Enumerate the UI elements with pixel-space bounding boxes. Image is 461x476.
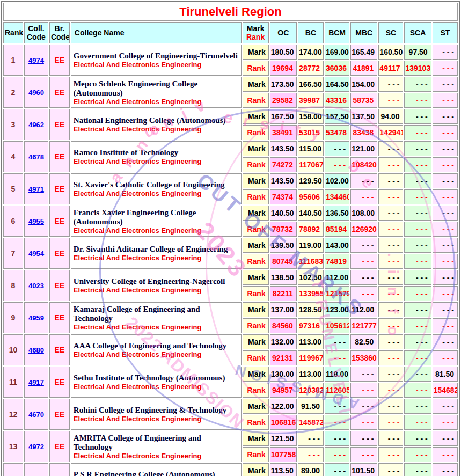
college-code-link[interactable]: 4917	[28, 378, 44, 386]
college-code-link[interactable]: 4670	[28, 411, 44, 419]
rank-oc: 38491	[270, 125, 297, 140]
mark-mbc: - - -	[350, 367, 377, 382]
mark-sca: - - -	[404, 431, 431, 446]
rank-mbc: 153860	[350, 350, 377, 365]
rank-sca: - - -	[404, 286, 431, 301]
rank-cell: 1	[3, 45, 23, 76]
mark-sca: - - -	[404, 77, 431, 92]
mark-mbc: 112.00	[350, 302, 377, 317]
rank-sc: 142941	[378, 125, 403, 140]
rank-sc: 49117	[378, 61, 403, 76]
mark-sca: - - -	[404, 463, 431, 476]
college-name-cell: Mepco Schlenk Engineering College (Auton…	[71, 77, 242, 108]
college-code-link[interactable]: 4954	[28, 250, 44, 258]
rank-st: - - -	[433, 318, 458, 333]
mark-mbc: 108.00	[350, 206, 377, 221]
mark-sca: - - -	[404, 141, 431, 156]
header-sca: SCA	[404, 22, 431, 43]
rank-sc: - - -	[378, 93, 403, 108]
mark-label: Mark	[243, 463, 269, 476]
college-row-mark: 94959EEKamaraj College of Engineering an…	[3, 302, 458, 317]
header-br-code: Br. Code	[49, 22, 70, 43]
college-code-link[interactable]: 4971	[28, 185, 44, 193]
header-mark-rank: Mark Rank	[243, 22, 269, 43]
mark-oc: 140.50	[270, 206, 297, 221]
rank-bcm: 85194	[325, 222, 349, 237]
rank-bcm: 43316	[325, 93, 349, 108]
college-code-link[interactable]: 4960	[28, 89, 44, 97]
college-row-mark: 114917EESethu Institute of Technology (A…	[3, 367, 458, 382]
college-branch: Electrical And Electronics Engineering	[74, 323, 239, 331]
mark-st: 81.50	[433, 367, 458, 382]
college-branch: Electrical And Electronics Engineering	[74, 254, 239, 262]
mark-oc: 180.50	[270, 45, 297, 60]
branch-code-cell: EE	[49, 45, 70, 76]
mark-oc: 121.50	[270, 431, 297, 446]
college-name-cell: University College of Engineering-Nagerc…	[71, 270, 242, 301]
mark-sc: - - -	[378, 399, 403, 414]
college-code-link[interactable]: 4962	[28, 121, 44, 129]
college-name-cell: National Engineering College (Autonomous…	[71, 109, 242, 140]
rank-mbc: - - -	[350, 447, 377, 462]
mark-bcm: 143.00	[325, 238, 349, 253]
rank-oc: 78732	[270, 222, 297, 237]
coll-code-cell: 4680	[24, 334, 48, 365]
branch-code-cell: EE	[49, 77, 70, 108]
college-row-mark: 34962EENational Engineering College (Aut…	[3, 109, 458, 124]
rank-sc: - - -	[378, 383, 403, 398]
college-code-link[interactable]: 4023	[28, 282, 44, 290]
rank-sca: - - -	[404, 383, 431, 398]
rank-bc: 133955	[298, 286, 324, 301]
rank-st: - - -	[433, 157, 458, 172]
rank-oc: 107758	[270, 447, 297, 462]
rank-bcm: 74819	[325, 254, 349, 269]
rank-sc: - - -	[378, 350, 403, 365]
mark-sc: - - -	[378, 431, 403, 446]
college-branch: Electrical And Electronics Engineering	[74, 61, 239, 69]
college-code-link[interactable]: 4955	[28, 217, 44, 225]
college-name: P S R Engineering College (Autonomous)	[74, 470, 239, 476]
mark-bc: 89.00	[298, 463, 324, 476]
mark-bc: 174.00	[298, 45, 324, 60]
rank-st: - - -	[433, 286, 458, 301]
college-branch: Electrical And Electronics Engineering	[74, 350, 239, 358]
rank-st: - - -	[433, 93, 458, 108]
college-branch: Electrical And Electronics Engineering	[74, 226, 239, 235]
college-code-link[interactable]: 4974	[28, 56, 44, 64]
coll-code-cell: 4972	[24, 431, 48, 462]
mark-sc: - - -	[378, 206, 403, 221]
branch-code-cell: EE	[49, 367, 70, 398]
rank-cell: 5	[3, 173, 23, 204]
college-name-cell: St. Xavier's Catholic College of Enginee…	[71, 173, 242, 204]
college-branch: Electrical And Electronics Engineering	[74, 125, 239, 133]
rank-oc: 74374	[270, 189, 297, 204]
mark-label: Mark	[243, 206, 269, 221]
mark-bc: - - -	[298, 431, 324, 446]
coll-code-cell: 4971	[24, 173, 48, 204]
rank-cell: 14	[3, 463, 23, 476]
rank-mbc: 126920	[350, 222, 377, 237]
college-branch: Electrical And Electronics Engineering	[74, 157, 239, 165]
mark-sc: 160.50	[378, 45, 403, 60]
mark-sc: - - -	[378, 302, 403, 317]
cutoff-page: Tirunelveli Region Rank Coll. Code Br. C…	[0, 1, 461, 476]
college-code-link[interactable]: 4972	[28, 443, 44, 451]
coll-code-cell: 4670	[24, 399, 48, 430]
branch-code-cell: EE	[49, 302, 70, 333]
mark-st: - - -	[433, 302, 458, 317]
rank-st: 154682	[433, 383, 458, 398]
college-code-link[interactable]: 4959	[28, 314, 44, 322]
college-branch: Electrical And Electronics Engineering	[74, 286, 239, 294]
mark-mbc: 121.00	[350, 141, 377, 156]
college-code-link[interactable]: 4678	[28, 153, 44, 161]
mark-st: - - -	[433, 463, 458, 476]
mark-oc: 113.50	[270, 463, 297, 476]
college-name: Dr. Sivanthi Aditanar College of Enginee…	[74, 245, 239, 254]
college-code-link[interactable]: 4680	[28, 346, 44, 354]
rank-bc: 119967	[298, 350, 324, 365]
college-name-cell: Kamaraj College of Engineering and Techn…	[71, 302, 242, 333]
mark-mbc: - - -	[350, 173, 377, 188]
mark-st: - - -	[433, 206, 458, 221]
rank-bcm: 121579	[325, 286, 349, 301]
rank-bcm: 36036	[325, 61, 349, 76]
